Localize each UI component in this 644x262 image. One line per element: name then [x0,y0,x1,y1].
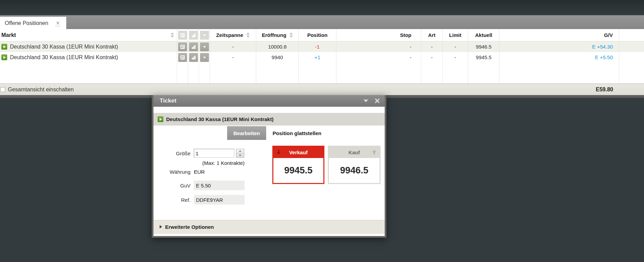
panel-tab-strip: Offene Positionen × [0,15,644,29]
column-header-art: Art [421,29,443,41]
table-empty-area [0,63,644,83]
advanced-options-expander[interactable]: Erweiterte Optionen [153,220,385,234]
position-cell: -1 [299,41,336,52]
tab-position-glattstellen[interactable]: Position glattstellen [266,126,328,140]
open-positions-table: Markt Zeitspanne [0,29,644,83]
tab-label: Offene Positionen [5,20,48,26]
currency-label: Währung [160,169,190,175]
row-menu-icon[interactable] [200,42,209,51]
sort-icon[interactable] [289,32,293,38]
column-header-zeitspanne[interactable]: Zeitspanne [210,29,256,41]
buy-label: Kauf [348,149,360,155]
sort-icon[interactable] [171,32,174,38]
market-play-icon[interactable] [158,116,163,122]
chart-icon[interactable] [189,42,198,51]
price-buttons: Verkauf 9945.5 Kauf 9946.5 [272,146,381,184]
advanced-options-label: Erweiterte Optionen [165,224,214,230]
ticket-dialog: Ticket × Deutschland 30 Kassa (1EUR Mini… [152,95,386,238]
eroeffnung-cell: 9940 [256,52,299,63]
market-play-icon[interactable] [1,54,7,60]
aktuell-cell: 9945.5 [468,52,499,63]
column-header-markt[interactable]: Markt [0,29,177,41]
column-header-menu [199,29,210,41]
column-header-gv: G/V [499,29,619,41]
buy-button[interactable]: Kauf 9946.5 [328,146,381,184]
instrument-header: Deutschland 30 Kassa (1EUR Mini Kontrakt… [153,113,385,126]
instrument-name: Deutschland 30 Kassa (1EUR Mini Kontrakt… [166,116,273,122]
top-bar [0,0,644,15]
art-cell: - [421,41,443,52]
ref-value: DDFE9YAR [194,195,245,205]
size-label: Größe [160,150,190,156]
quantity-stepper[interactable] [236,149,244,158]
art-cell: - [421,52,443,63]
table-row: Deutschland 30 Kassa (1EUR Mini Kontrakt… [0,41,644,52]
ticket-dialog-titlebar[interactable]: Ticket × [153,95,385,107]
positions-footer: Gesamtansicht einschalten E59.80 [0,83,644,95]
ticket-tabs: Bearbeiten Position glattstellen [227,126,328,140]
market-cell[interactable]: Deutschland 30 Kassa (1EUR Mini Kontrakt… [0,52,177,63]
ticket-dialog-body: Deutschland 30 Kassa (1EUR Mini Kontrakt… [153,107,385,236]
ref-label: Ref. [160,197,190,203]
tab-bearbeiten[interactable]: Bearbeiten [227,126,266,140]
buy-arrow-icon [372,149,376,155]
chart-icon[interactable] [189,53,198,62]
column-header-eroeffnung[interactable]: Eröffnung [256,29,299,41]
details-icon [178,31,187,40]
aktuell-cell: 9946.5 [468,41,499,52]
dialog-title: Ticket [160,97,176,104]
expander-arrow-icon [160,225,162,228]
column-header-position: Position [299,29,336,41]
stop-cell: - [336,41,421,52]
sell-price: 9945.5 [273,158,323,183]
tab-close-icon[interactable]: × [55,20,61,26]
chart-icon [189,31,198,40]
column-header-chart [188,29,199,41]
gesamtansicht-checkbox[interactable] [0,87,5,92]
pnl-value: E 5.50 [194,181,245,190]
size-input[interactable] [194,149,234,158]
sort-icon[interactable] [246,32,250,38]
table-row: Deutschland 30 Kassa (1EUR Mini Kontrakt… [0,52,644,63]
sell-label: Verkauf [289,149,308,155]
eroeffnung-cell: 10000.8 [256,41,299,52]
position-cell: +1 [299,52,336,63]
column-header-spacer [619,29,644,41]
details-icon[interactable] [178,42,187,51]
trading-workspace: Offene Positionen × Markt [0,0,644,98]
market-cell[interactable]: Deutschland 30 Kassa (1EUR Mini Kontrakt… [0,41,177,52]
column-header-stop: Stop [336,29,421,41]
limit-cell: - [443,41,468,52]
tab-offene-positionen[interactable]: Offene Positionen × [0,17,66,29]
gv-cell: E +54.30 [499,41,619,52]
ticket-form: Größe (Max: 1 Kontrakte) Währung EUR GuV… [160,149,245,205]
gv-cell: E +5.50 [499,52,619,63]
dialog-collapse-icon[interactable] [363,100,368,102]
currency-value: EUR [194,169,205,175]
dialog-close-icon[interactable]: × [374,97,380,105]
limit-cell: - [443,52,468,63]
sell-button[interactable]: Verkauf 9945.5 [272,146,324,184]
zeitspanne-cell: - [210,41,256,52]
max-contracts-hint: (Max: 1 Kontrakte) [160,160,245,166]
gesamtansicht-label: Gesamtansicht einschalten [8,87,74,93]
row-menu-icon [200,31,209,40]
zeitspanne-cell: - [210,52,256,63]
stepper-up-icon[interactable] [236,149,244,154]
stop-cell: - [336,52,421,63]
stepper-down-icon[interactable] [236,154,244,158]
table-header-row: Markt Zeitspanne [0,29,644,41]
row-menu-icon[interactable] [200,53,209,62]
details-icon[interactable] [178,53,187,62]
column-header-aktuell: Aktuell [468,29,499,41]
pnl-label: GuV [160,183,190,188]
column-header-details [177,29,188,41]
buy-price: 9946.5 [329,158,380,183]
total-gv-value: E59.80 [596,87,644,93]
column-header-limit: Limit [443,29,468,41]
market-play-icon[interactable] [1,44,7,50]
sell-arrow-icon [276,149,281,155]
